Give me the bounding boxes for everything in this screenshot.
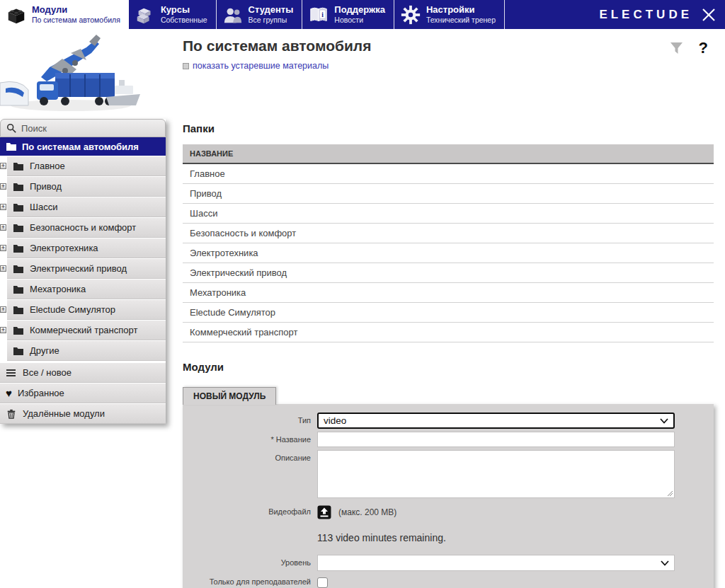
- expand-icon[interactable]: +: [0, 224, 6, 231]
- table-row[interactable]: Electude Симулятор: [183, 303, 714, 323]
- sidebar-item-label: Безопасность и комфорт: [30, 222, 136, 233]
- table-row[interactable]: Шасси: [183, 204, 714, 224]
- tab-new-module[interactable]: НОВЫЙ МОДУЛЬ: [183, 387, 276, 405]
- folder-icon: [13, 346, 24, 356]
- sidebar-item-bezopasnost[interactable]: + Безопасность и комфорт: [7, 218, 166, 238]
- students-icon: [222, 4, 244, 25]
- sidebar-item-label: Электротехника: [30, 243, 98, 253]
- expand-icon[interactable]: +: [0, 245, 6, 251]
- sidebar-item-deleted-modules[interactable]: Удалённые модули: [0, 404, 166, 424]
- main-content: ? По системам автомобиля показать устаре…: [183, 32, 714, 588]
- videofile-hint: (макс. 200 MB): [338, 507, 396, 517]
- table-row[interactable]: Электротехника: [183, 243, 714, 263]
- nav-item-courses[interactable]: Курсы Собственные: [129, 0, 217, 29]
- chevron-down-icon: [660, 418, 668, 424]
- name-field[interactable]: [317, 432, 675, 447]
- table-row[interactable]: Привод: [183, 184, 714, 204]
- description-label: Описание: [183, 450, 317, 462]
- folder-icon: [13, 325, 24, 335]
- folder-row-label[interactable]: Привод: [183, 184, 714, 204]
- expand-icon[interactable]: +: [0, 183, 6, 190]
- sidebar-item-elektricheskiy-privod[interactable]: + Электрический привод: [7, 259, 166, 279]
- sidebar-item-shassi[interactable]: + Шасси: [7, 197, 166, 217]
- show-outdated-link[interactable]: показать устаревшие материалы: [183, 61, 714, 71]
- table-row[interactable]: Главное: [183, 163, 714, 184]
- nav-item-label: Поддержка: [334, 4, 385, 16]
- heart-icon: ♥: [6, 388, 12, 398]
- folder-icon: [13, 202, 24, 212]
- folders-heading: Папки: [183, 122, 714, 134]
- nav-item-label: Студенты: [249, 4, 294, 16]
- nav-item-students[interactable]: Студенты Все группы: [217, 0, 303, 29]
- nav-item-settings[interactable]: Настройки Технический тренер: [394, 0, 505, 29]
- help-icon[interactable]: ?: [699, 39, 708, 57]
- folder-row-label[interactable]: Электрический привод: [183, 263, 714, 283]
- sidebar-tree: + Главное + Привод + Шасси + Безопасност…: [0, 156, 166, 424]
- navbar-spacer: [505, 0, 599, 29]
- table-row[interactable]: Электрический привод: [183, 263, 714, 283]
- folder-row-label[interactable]: Мехатроника: [183, 283, 714, 303]
- nav-item-sublabel: Собственные: [161, 16, 207, 25]
- search-input[interactable]: Поиск: [0, 119, 166, 137]
- expand-icon[interactable]: +: [0, 265, 6, 272]
- sidebar-item-label: Избранное: [18, 388, 64, 398]
- electude-logo: ELECTUDE: [599, 8, 692, 22]
- teachers-only-checkbox[interactable]: [317, 577, 328, 588]
- sidebar-item-mehatronika[interactable]: Мехатроника: [7, 279, 166, 299]
- sidebar-item-all-new[interactable]: Все / новое: [0, 363, 166, 383]
- nav-item-sublabel: Технический тренер: [426, 16, 496, 25]
- expand-icon[interactable]: +: [0, 306, 6, 313]
- expand-icon[interactable]: +: [0, 327, 6, 333]
- svg-text:i: i: [322, 11, 324, 18]
- modules-heading: Модули: [183, 361, 714, 373]
- description-field[interactable]: [317, 450, 675, 498]
- videofile-label: Видеофайл: [183, 504, 317, 516]
- expand-icon[interactable]: +: [0, 163, 6, 169]
- sidebar-item-favorites[interactable]: ♥ Избранное: [0, 384, 166, 403]
- folder-row-label[interactable]: Electude Симулятор: [183, 303, 714, 323]
- sidebar-item-kommercheskiy-transport[interactable]: + Коммерческий транспорт: [7, 321, 166, 340]
- table-row[interactable]: Безопасность и комфорт: [183, 224, 714, 243]
- folder-icon: [6, 142, 17, 151]
- nav-item-modules[interactable]: Модули По системам автомобиля: [0, 0, 129, 29]
- nav-item-label: Модули: [32, 4, 120, 16]
- folder-icon: [13, 182, 24, 192]
- folder-row-label[interactable]: Главное: [183, 163, 714, 184]
- sidebar-item-electude-simulator[interactable]: + Electude Симулятор: [7, 300, 166, 320]
- folder-row-label[interactable]: Шасси: [183, 204, 714, 224]
- type-label: Тип: [183, 413, 317, 425]
- type-select[interactable]: video: [317, 413, 675, 429]
- list-icon: [6, 368, 17, 378]
- filter-icon[interactable]: [670, 42, 683, 54]
- search-placeholder: Поиск: [21, 123, 47, 134]
- folder-row-label[interactable]: Безопасность и комфорт: [183, 224, 714, 243]
- level-select[interactable]: [317, 555, 675, 571]
- resize-handle[interactable]: [666, 490, 673, 497]
- search-icon: [6, 123, 16, 133]
- sidebar-selected-label: По системам автомобиля: [22, 142, 139, 152]
- sidebar-item-glavnoe[interactable]: + Главное: [7, 156, 166, 176]
- trash-icon: [6, 409, 17, 419]
- sidebar-item-drugie[interactable]: Другие: [7, 341, 166, 361]
- sidebar-item-label: Шасси: [30, 202, 57, 212]
- gear-icon: [400, 4, 421, 25]
- sidebar-item-elektrotehnika[interactable]: + Электротехника: [7, 238, 166, 258]
- expand-icon[interactable]: +: [0, 204, 6, 210]
- table-row[interactable]: Мехатроника: [183, 283, 714, 303]
- table-row[interactable]: Коммерческий транспорт: [183, 323, 714, 342]
- nav-item-support[interactable]: i Поддержка Новости: [302, 0, 394, 29]
- close-button[interactable]: [692, 0, 725, 29]
- sidebar-item-privod[interactable]: + Привод: [7, 177, 166, 197]
- column-header-name: НАЗВАНИЕ: [183, 144, 714, 163]
- folder-icon: [13, 223, 24, 233]
- folder-row-label[interactable]: Коммерческий транспорт: [183, 323, 714, 342]
- folder-row-label[interactable]: Электротехника: [183, 243, 714, 263]
- lego-stack-icon: [135, 4, 156, 25]
- upload-icon[interactable]: [317, 505, 331, 519]
- sidebar: Поиск По системам автомобиля + Главное +…: [0, 119, 166, 424]
- sidebar-item-root-selected[interactable]: По системам автомобиля: [0, 137, 166, 156]
- sidebar-item-label: Другие: [30, 345, 59, 356]
- nav-item-sublabel: По системам автомобиля: [32, 16, 120, 25]
- new-module-form: Тип video * Название Описание: [183, 404, 714, 588]
- nav-item-sublabel: Новости: [334, 16, 385, 25]
